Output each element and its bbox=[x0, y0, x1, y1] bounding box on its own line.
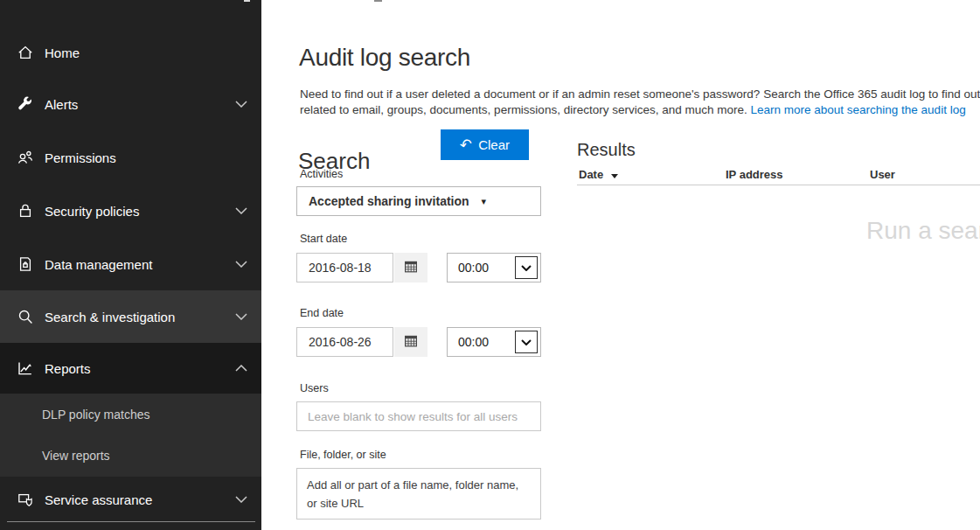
shield-monitor-icon bbox=[17, 491, 34, 508]
page-description: Need to find out if a user deleted a doc… bbox=[300, 87, 980, 119]
audit-log-search-page: Home Alerts Permissions Security policie… bbox=[0, 0, 980, 530]
sidebar-item-service-assurance[interactable]: Service assurance bbox=[0, 477, 261, 522]
clear-button-label: Clear bbox=[478, 137, 510, 152]
sidebar-item-label: Security policies bbox=[45, 204, 139, 219]
description-line-1: Need to find out if a user deleted a doc… bbox=[300, 87, 980, 103]
chevron-down-icon bbox=[235, 101, 247, 108]
lock-icon bbox=[17, 202, 34, 220]
reports-submenu: DLP policy matches View reports bbox=[0, 394, 261, 477]
end-date-input[interactable] bbox=[296, 327, 393, 357]
start-time-value: 00:00 bbox=[458, 261, 489, 275]
clear-button[interactable]: ↶ Clear bbox=[441, 129, 529, 160]
sidebar-item-label: Data management bbox=[45, 257, 152, 272]
undo-icon: ↶ bbox=[459, 136, 474, 153]
sort-descending-icon bbox=[611, 168, 618, 181]
sidebar-item-home[interactable]: Home bbox=[0, 26, 261, 79]
column-header-ip-address[interactable]: IP address bbox=[726, 168, 783, 181]
clipped-text-remnant bbox=[374, 0, 382, 2]
column-header-date-label: Date bbox=[579, 168, 603, 181]
end-date-calendar-button[interactable] bbox=[394, 327, 427, 357]
sidebar-item-view-reports[interactable]: View reports bbox=[0, 435, 261, 476]
document-lock-icon bbox=[17, 255, 34, 273]
description-line-2: related to email, groups, documents, per… bbox=[300, 102, 980, 119]
calendar-icon bbox=[404, 334, 418, 351]
sidebar: Home Alerts Permissions Security policie… bbox=[0, 0, 261, 530]
search-icon bbox=[17, 308, 34, 325]
chevron-down-icon bbox=[235, 261, 247, 268]
activities-label: Activities bbox=[300, 168, 343, 180]
sidebar-item-search-investigation[interactable]: Search & investigation bbox=[0, 290, 261, 343]
sidebar-subitem-label: View reports bbox=[42, 449, 110, 463]
sidebar-item-label: Permissions bbox=[45, 150, 116, 165]
sidebar-item-reports[interactable]: Reports bbox=[0, 343, 261, 394]
sidebar-divider bbox=[7, 521, 255, 522]
clipped-icon-remnant bbox=[244, 0, 250, 2]
activities-selected-value: Accepted sharing invitation bbox=[309, 194, 469, 208]
sidebar-subitem-label: DLP policy matches bbox=[42, 408, 149, 422]
sidebar-item-label: Reports bbox=[45, 361, 91, 376]
caret-down-icon: ▾ bbox=[482, 197, 487, 206]
wrench-icon bbox=[17, 95, 34, 113]
chevron-up-icon bbox=[235, 365, 247, 372]
chevron-down-icon bbox=[515, 331, 538, 353]
sidebar-item-label: Alerts bbox=[45, 97, 78, 112]
results-empty-message: Run a search to view results bbox=[866, 217, 980, 245]
sidebar-item-data-management[interactable]: Data management bbox=[0, 238, 261, 290]
description-line-2-text: related to email, groups, documents, per… bbox=[300, 103, 747, 116]
learn-more-link[interactable]: Learn more about searching the audit log bbox=[750, 103, 965, 116]
sidebar-item-label: Search & investigation bbox=[45, 310, 175, 324]
home-icon bbox=[17, 44, 34, 61]
start-date-calendar-button[interactable] bbox=[394, 253, 427, 282]
column-header-user[interactable]: User bbox=[870, 168, 895, 181]
page-title: Audit log search bbox=[299, 44, 470, 72]
start-date-row: 00:00 bbox=[296, 253, 541, 282]
column-header-date[interactable]: Date bbox=[579, 168, 618, 181]
users-label: Users bbox=[300, 382, 329, 394]
users-input[interactable] bbox=[296, 401, 541, 431]
sidebar-item-permissions[interactable]: Permissions bbox=[0, 131, 261, 184]
results-heading: Results bbox=[577, 140, 636, 160]
end-date-row: 00:00 bbox=[296, 327, 541, 357]
sidebar-item-security-policies[interactable]: Security policies bbox=[0, 185, 261, 237]
end-date-label: End date bbox=[300, 307, 344, 319]
sidebar-item-label: Service assurance bbox=[45, 492, 152, 507]
calendar-icon bbox=[404, 260, 418, 276]
chevron-down-icon bbox=[515, 256, 538, 279]
sidebar-item-label: Home bbox=[45, 45, 80, 60]
end-time-value: 00:00 bbox=[458, 335, 489, 349]
chevron-down-icon bbox=[235, 313, 247, 320]
chevron-down-icon bbox=[235, 207, 247, 214]
start-date-label: Start date bbox=[300, 233, 347, 245]
file-folder-site-input[interactable]: Add all or part of a file name, folder n… bbox=[296, 468, 541, 520]
chevron-down-icon bbox=[235, 496, 247, 503]
file-folder-site-label: File, folder, or site bbox=[300, 449, 386, 461]
activities-dropdown[interactable]: Accepted sharing invitation ▾ bbox=[296, 186, 541, 216]
end-time-select[interactable]: 00:00 bbox=[447, 327, 541, 357]
start-date-input[interactable] bbox=[296, 253, 393, 282]
start-time-select[interactable]: 00:00 bbox=[447, 253, 541, 282]
sidebar-item-dlp-policy-matches[interactable]: DLP policy matches bbox=[0, 394, 261, 435]
table-header-divider bbox=[577, 185, 980, 185]
chart-icon bbox=[17, 359, 34, 377]
sidebar-item-alerts[interactable]: Alerts bbox=[0, 78, 261, 130]
people-icon bbox=[17, 149, 34, 166]
